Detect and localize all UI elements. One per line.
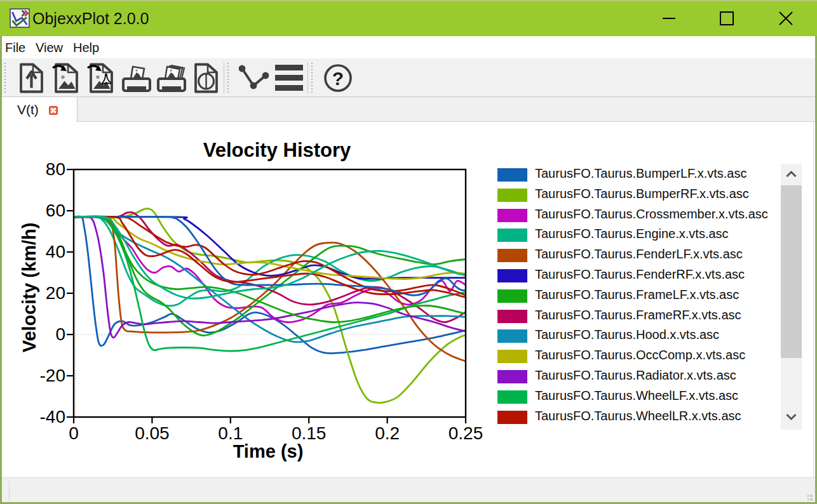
svg-text:Time (s): Time (s) <box>233 441 304 461</box>
svg-text:20: 20 <box>46 283 65 303</box>
svg-text:0.25: 0.25 <box>449 423 483 443</box>
svg-text:60: 60 <box>46 201 65 220</box>
svg-text:0.15: 0.15 <box>292 423 327 443</box>
svg-text:?: ? <box>332 68 344 89</box>
svg-text:0.1: 0.1 <box>218 423 243 443</box>
svg-text:0.05: 0.05 <box>135 423 170 443</box>
svg-text:Velocity (km/h): Velocity (km/h) <box>19 223 39 353</box>
svg-text:40: 40 <box>46 242 65 262</box>
svg-text:0.2: 0.2 <box>375 423 400 443</box>
svg-text:0: 0 <box>69 423 79 443</box>
svg-text:-20: -20 <box>40 366 65 385</box>
svg-text:0: 0 <box>55 324 65 344</box>
svg-text:80: 80 <box>46 159 65 179</box>
svg-text:Velocity History: Velocity History <box>203 139 351 161</box>
svg-text:-40: -40 <box>40 407 65 427</box>
